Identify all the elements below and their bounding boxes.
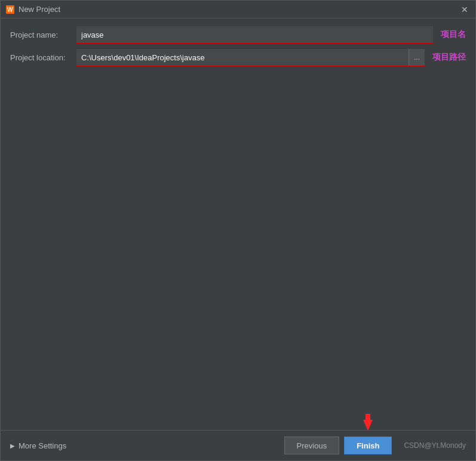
content-spacer <box>10 71 466 423</box>
browse-button[interactable]: ... <box>409 49 425 66</box>
project-location-input-wrapper: ... <box>76 48 425 66</box>
project-name-row: Project name: 项目名 <box>10 26 466 44</box>
svg-text:W: W <box>7 7 13 13</box>
footer-buttons: Previous Finish CSDN@Yt.Monody <box>284 437 466 454</box>
more-settings-arrow-icon: ▶ <box>10 442 15 449</box>
previous-button[interactable]: Previous <box>284 437 340 454</box>
dialog-content: Project name: 项目名 Project location: ... … <box>1 19 475 430</box>
project-name-input-wrapper <box>76 26 434 44</box>
dialog-footer: ▶ More Settings Previous Finish CSDN@Yt.… <box>1 430 475 460</box>
project-location-input[interactable] <box>76 49 409 66</box>
down-arrow-indicator <box>361 414 375 432</box>
project-name-annotation: 项目名 <box>441 29 466 40</box>
more-settings-label: More Settings <box>19 441 66 450</box>
watermark-text: CSDN@Yt.Monody <box>404 441 466 450</box>
finish-button[interactable]: Finish <box>344 437 392 454</box>
app-icon: W <box>5 5 15 14</box>
project-location-row: Project location: ... 项目路径 <box>10 48 466 66</box>
finish-wrapper: Finish <box>344 437 392 454</box>
window-title: New Project <box>19 5 459 14</box>
title-bar: W New Project ✕ <box>1 1 475 19</box>
more-settings[interactable]: ▶ More Settings <box>10 441 66 450</box>
project-location-annotation: 项目路径 <box>432 52 466 63</box>
dialog-window: W New Project ✕ Project name: 项目名 Projec… <box>0 0 476 461</box>
project-name-input[interactable] <box>76 26 433 43</box>
project-location-label: Project location: <box>10 53 76 62</box>
close-button[interactable]: ✕ <box>459 4 471 16</box>
svg-marker-2 <box>363 414 373 431</box>
project-name-label: Project name: <box>10 30 76 39</box>
